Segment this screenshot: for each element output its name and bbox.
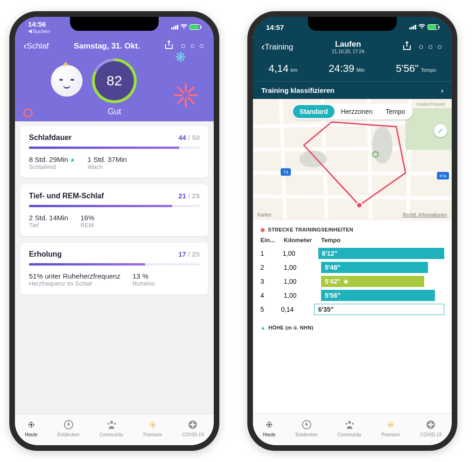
tab-heute[interactable]: Heute: [263, 420, 276, 437]
svg-point-10: [110, 421, 113, 424]
sparkle-icon: ❋: [175, 49, 186, 65]
back-button[interactable]: ‹ Training: [261, 42, 293, 52]
status-time: 14:56: [28, 20, 50, 28]
card-score: 44 / 50: [178, 133, 200, 141]
sleep-score-value: 82: [106, 73, 122, 89]
map-segment-standard[interactable]: Standard: [293, 105, 335, 118]
card-title: Tief- und REM-Schlaf: [29, 192, 104, 200]
svg-point-16: [152, 421, 154, 423]
card-stat: 13 % Ruhelos: [133, 272, 155, 287]
tab-premium[interactable]: Premium: [381, 420, 400, 437]
sleep-score-ring[interactable]: 82: [92, 58, 137, 103]
tab-premium[interactable]: Premium: [143, 420, 162, 437]
svg-point-2: [33, 424, 35, 425]
svg-point-21: [154, 426, 155, 427]
card-stat: 1 Std. 37Min Wach: [87, 155, 126, 170]
tab-covid[interactable]: COVID-19: [182, 420, 203, 437]
svg-point-49: [390, 421, 392, 423]
circle-icon: [23, 108, 33, 118]
svg-point-27: [372, 126, 393, 163]
sparkle-icon: ✦: [62, 59, 70, 70]
notch: [70, 17, 159, 31]
heute-icon: [264, 420, 274, 431]
tab-compass[interactable]: Entdecken: [295, 420, 317, 437]
run-body[interactable]: ◉ STRECKE TRAININGSEINHEITEN Ein... Kilo…: [253, 220, 452, 413]
sleep-cards-list[interactable]: Schlafdauer 44 / 50 8 Std. 29Min ★ Schla…: [15, 121, 214, 413]
svg-point-41: [270, 426, 271, 427]
svg-point-46: [390, 424, 392, 426]
card-score: 21 / 25: [178, 192, 200, 200]
svg-point-12: [114, 423, 116, 425]
svg-point-40: [267, 426, 268, 427]
phone-sleep: 14:56 ◀ Suchen ‹ Schlaf Samstag, 31. Okt…: [9, 11, 219, 451]
road-badge: 67a: [440, 174, 447, 178]
share-icon[interactable]: [403, 41, 411, 53]
svg-point-0: [30, 424, 32, 426]
tab-compass[interactable]: Entdecken: [57, 420, 79, 437]
share-icon[interactable]: [165, 40, 173, 52]
pin-icon: ◉: [260, 227, 265, 233]
classify-training-row[interactable]: Training klassifizieren ›: [253, 81, 452, 99]
more-icon[interactable]: ○ ○ ○: [419, 42, 443, 52]
map-legal-link[interactable]: Rechtl. Informationen: [403, 212, 447, 217]
svg-point-33: [268, 424, 270, 426]
premium-icon: [385, 420, 396, 431]
split-row: 50,14 6'35": [260, 302, 444, 316]
run-stat: 5'56" Tempo: [396, 63, 436, 75]
status-right: [171, 24, 201, 31]
svg-point-34: [266, 424, 268, 425]
svg-point-20: [151, 426, 152, 427]
svg-point-17: [152, 426, 154, 427]
firework-icon: [167, 82, 204, 119]
svg-point-15: [154, 424, 156, 425]
progress-bar: [29, 263, 200, 266]
tab-bar: HeuteEntdeckenCommunityPremiumCOVID-19: [15, 413, 214, 445]
split-row: 21,00 5'48": [260, 260, 444, 274]
progress-bar: [29, 147, 200, 149]
premium-icon: [147, 420, 158, 431]
sleep-card[interactable]: Tief- und REM-Schlaf 21 / 25 2 Std. 14Mi…: [21, 184, 208, 236]
svg-point-3: [31, 421, 32, 423]
chevron-left-icon: ‹: [23, 41, 27, 51]
tab-heute[interactable]: Heute: [25, 420, 38, 437]
back-to-app[interactable]: ◀ Suchen: [28, 28, 50, 34]
svg-point-14: [150, 424, 151, 425]
svg-point-8: [32, 426, 33, 427]
map-view[interactable]: 73 67a Eustacchiopark StandardHerzzonenT…: [253, 99, 452, 220]
map-segment-herzzonen[interactable]: Herzzonen: [334, 105, 379, 118]
map-segment-tempo[interactable]: Tempo: [379, 105, 412, 118]
covid-icon: [426, 420, 436, 431]
expand-map-button[interactable]: ⤢: [434, 124, 447, 137]
svg-point-52: [392, 422, 393, 423]
back-button[interactable]: ‹ Schlaf: [23, 41, 49, 51]
splits-header-row: Ein... Kilometer Tempo: [260, 237, 444, 244]
heute-icon: [26, 420, 36, 431]
card-title: Erholung: [29, 250, 62, 259]
card-stat: 51% unter Ruheherzfrequenz Herzfrequenz …: [29, 272, 120, 287]
sleep-card[interactable]: Schlafdauer 44 / 50 8 Std. 29Min ★ Schla…: [21, 126, 208, 178]
svg-point-13: [152, 424, 154, 426]
tab-community[interactable]: Community: [100, 420, 124, 437]
battery-icon: [427, 24, 439, 30]
svg-point-7: [29, 426, 30, 427]
svg-point-53: [389, 426, 390, 427]
card-stat: 16% REM: [80, 214, 94, 229]
phone-run: 14:57 ‹ Training Laufen 21.10.20, 17:24: [247, 11, 457, 451]
tempo-bar: 5'48": [321, 262, 428, 273]
svg-point-54: [392, 426, 393, 427]
community-icon: [344, 420, 355, 431]
sleep-card[interactable]: Erholung 17 / 25 51% unter Ruheherzfrequ…: [21, 243, 208, 294]
signal-icon: [409, 25, 416, 29]
run-summary-stats: 4,14 km24:39 Min5'56" Tempo: [253, 57, 452, 81]
splits-heading: ◉ STRECKE TRAININGSEINHEITEN: [260, 227, 444, 233]
map-segments: StandardHerzzonenTempo: [292, 104, 413, 119]
svg-point-37: [269, 426, 270, 427]
wifi-icon: [180, 24, 188, 31]
tab-community[interactable]: Community: [338, 420, 362, 437]
svg-point-18: [151, 422, 152, 423]
svg-point-50: [390, 426, 392, 427]
tab-covid[interactable]: COVID-19: [420, 420, 441, 437]
tab-bar: HeuteEntdeckenCommunityPremiumCOVID-19: [253, 413, 452, 445]
status-left: 14:56 ◀ Suchen: [28, 20, 50, 34]
run-stat: 4,14 km: [268, 63, 297, 75]
